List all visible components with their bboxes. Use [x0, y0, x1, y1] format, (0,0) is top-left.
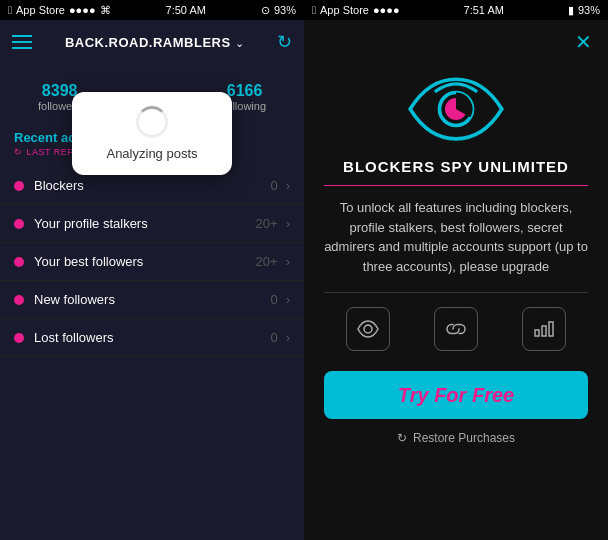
dot-blockers [14, 181, 24, 191]
restore-icon: ↻ [397, 431, 407, 445]
try-free-button[interactable]: Try For Free [324, 371, 588, 419]
try-free-label: Try For Free [398, 384, 514, 407]
analyzing-text: Analyzing posts [106, 146, 197, 161]
chevron-best-followers: › [286, 254, 290, 269]
signal-bars: ●●●● [69, 4, 96, 16]
dot-new-followers [14, 295, 24, 305]
app-header: BACK.ROAD.RAMBLERS ⌄ ↻ [0, 20, 304, 64]
refresh-icon-small: ↻ [14, 147, 23, 157]
activity-item-new-followers[interactable]: New followers 0 › [0, 281, 304, 319]
activity-item-best-followers[interactable]: Your best followers 20+ › [0, 243, 304, 281]
label-best-followers: Your best followers [34, 254, 256, 269]
profile-section: 8398 followers 6166 following Analyzing … [0, 64, 304, 122]
activity-item-lost-followers[interactable]: Lost followers 0 › [0, 319, 304, 357]
wifi-icon: ⌘ [100, 4, 111, 17]
status-bar-left:  App Store ●●●● ⌘ 7:50 AM ⊙ 93% [0, 0, 304, 20]
count-lost-followers: 0 [270, 330, 277, 345]
header-title: BACK.ROAD.RAMBLERS ⌄ [65, 33, 244, 51]
count-new-followers: 0 [270, 292, 277, 307]
store-label-left:  App Store ●●●● ⌘ [8, 4, 111, 17]
apple-icon:  [8, 4, 12, 16]
product-title: BLOCKERS SPY UNLIMITED [343, 158, 569, 175]
close-button[interactable]: ✕ [575, 30, 592, 54]
activity-item-stalkers[interactable]: Your profile stalkers 20+ › [0, 205, 304, 243]
dot-best-followers [14, 257, 24, 267]
right-status-right: ▮ 93% [568, 4, 600, 17]
restore-label: Restore Purchases [413, 431, 515, 445]
count-best-followers: 20+ [256, 254, 278, 269]
apple-icon-right:  [312, 4, 316, 16]
svg-rect-3 [535, 330, 539, 336]
label-blockers: Blockers [34, 178, 270, 193]
right-panel:  App Store ●●●● 7:51 AM ▮ 93% ✕ BLOCKER… [304, 0, 608, 540]
desc-divider [324, 292, 588, 293]
battery-text-right: 93% [578, 4, 600, 16]
header-chevron: ⌄ [235, 37, 244, 49]
chevron-lost-followers: › [286, 330, 290, 345]
status-bar-right:  App Store ●●●● 7:51 AM ▮ 93% [304, 0, 608, 20]
restore-purchases-button[interactable]: ↻ Restore Purchases [397, 431, 515, 445]
time-left: 7:50 AM [166, 4, 206, 16]
battery-icon-right: ▮ [568, 4, 574, 17]
store-text-right: App Store [320, 4, 369, 16]
refresh-button[interactable]: ↻ [277, 31, 292, 53]
store-text-left: App Store [16, 4, 65, 16]
title-divider [324, 185, 588, 186]
svg-point-2 [364, 325, 372, 333]
right-status-left: ⊙ 93% [261, 4, 296, 17]
dot-lost-followers [14, 333, 24, 343]
label-stalkers: Your profile stalkers [34, 216, 256, 231]
signal-bars-right: ●●●● [373, 4, 400, 16]
followers-count: 8398 [42, 82, 78, 100]
battery-icon-left: ⊙ [261, 4, 270, 17]
barchart-feature-icon [522, 307, 566, 351]
store-label-right:  App Store ●●●● [312, 4, 400, 16]
svg-rect-4 [542, 326, 546, 336]
label-lost-followers: Lost followers [34, 330, 270, 345]
following-count: 6166 [227, 82, 263, 100]
svg-rect-5 [549, 322, 553, 336]
battery-text-left: 93% [274, 4, 296, 16]
chevron-stalkers: › [286, 216, 290, 231]
link-feature-icon [434, 307, 478, 351]
label-new-followers: New followers [34, 292, 270, 307]
chevron-blockers: › [286, 178, 290, 193]
product-description: To unlock all features including blocker… [324, 198, 588, 276]
loading-spinner [136, 106, 168, 138]
count-blockers: 0 [270, 178, 277, 193]
feature-icons-row [324, 307, 588, 351]
close-bar: ✕ [304, 20, 608, 64]
left-panel:  App Store ●●●● ⌘ 7:50 AM ⊙ 93% BACK.RO… [0, 0, 304, 540]
dot-stalkers [14, 219, 24, 229]
right-content: BLOCKERS SPY UNLIMITED To unlock all fea… [304, 64, 608, 540]
hamburger-icon[interactable] [12, 35, 32, 49]
eye-feature-icon [346, 307, 390, 351]
eye-logo [401, 74, 511, 144]
count-stalkers: 20+ [256, 216, 278, 231]
analyzing-overlay: Analyzing posts [72, 92, 232, 175]
activity-list: Blockers 0 › Your profile stalkers 20+ ›… [0, 167, 304, 540]
chevron-new-followers: › [286, 292, 290, 307]
time-right: 7:51 AM [464, 4, 504, 16]
